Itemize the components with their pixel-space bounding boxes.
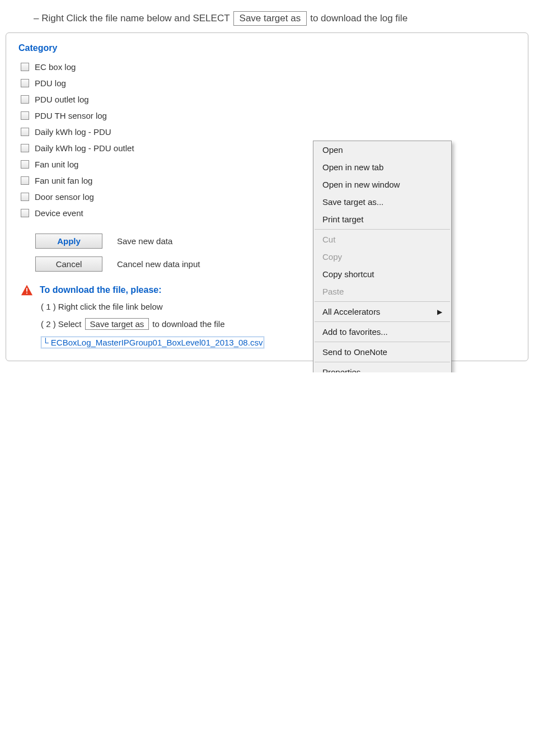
- main-panel: Category EC box log PDU log PDU outlet l…: [6, 32, 528, 361]
- checkbox-icon[interactable]: [21, 176, 29, 185]
- context-menu-send-to-onenote[interactable]: Send to OneNote: [313, 343, 451, 361]
- cm-label: Save target as...: [322, 197, 383, 207]
- checkbox-icon[interactable]: [21, 63, 29, 71]
- checkbox-icon[interactable]: [21, 144, 29, 152]
- context-menu-copy-shortcut[interactable]: Copy shortcut: [313, 265, 451, 283]
- cm-label: Copy shortcut: [322, 269, 374, 279]
- checkbox-icon[interactable]: [21, 193, 29, 201]
- file-link[interactable]: ECBoxLog_MasterIPGroup01_BoxLevel01_2013…: [41, 337, 264, 348]
- context-menu-all-accelerators[interactable]: All Accelerators ▶: [313, 303, 451, 320]
- instruction-boxed: Save target as: [233, 11, 307, 26]
- cm-label: Paste: [322, 287, 344, 296]
- category-label: Device event: [35, 208, 83, 218]
- category-row[interactable]: PDU TH sensor log: [18, 108, 516, 124]
- category-label: PDU outlet log: [35, 95, 89, 104]
- svg-rect-1: [26, 288, 27, 291]
- category-heading: Category: [18, 43, 516, 53]
- apply-description: Save new data: [117, 236, 172, 246]
- category-label: Daily kWh log - PDU: [35, 127, 111, 137]
- cm-label: Open in new tab: [322, 162, 383, 172]
- step1-text: ( 1 ) Right click the file link below: [41, 302, 163, 311]
- cm-label: Properties: [322, 367, 360, 372]
- cm-label: Add to favorites...: [322, 327, 388, 337]
- context-menu-separator: [315, 342, 450, 342]
- warning-icon: [21, 284, 33, 296]
- instruction-prefix: – Right Click the file name below and SE…: [34, 13, 230, 24]
- cancel-button[interactable]: Cancel: [35, 256, 102, 272]
- cm-label: Print target: [322, 214, 363, 224]
- checkbox-icon[interactable]: [21, 209, 29, 217]
- category-row[interactable]: Daily kWh log - PDU: [18, 124, 516, 140]
- context-menu-separator: [315, 229, 450, 230]
- instruction-suffix: to download the log file: [310, 13, 407, 24]
- context-menu-paste: Paste: [313, 283, 451, 300]
- checkbox-icon[interactable]: [21, 79, 29, 87]
- context-menu-separator: [315, 301, 450, 302]
- category-label: EC box log: [35, 62, 76, 72]
- category-label: Fan unit log: [35, 160, 78, 169]
- context-menu-open[interactable]: Open: [313, 141, 451, 158]
- top-instruction: – Right Click the file name below and SE…: [0, 0, 534, 32]
- category-label: Fan unit fan log: [35, 176, 92, 185]
- apply-button[interactable]: Apply: [35, 234, 102, 249]
- context-menu-print-target[interactable]: Print target: [313, 211, 451, 228]
- category-label: PDU log: [35, 78, 66, 88]
- context-menu-cut: Cut: [313, 231, 451, 248]
- cm-label: Open in new window: [322, 180, 400, 189]
- download-heading: To download the file, please:: [40, 285, 162, 295]
- checkbox-icon[interactable]: [21, 95, 29, 104]
- context-menu-copy: Copy: [313, 248, 451, 265]
- submenu-arrow-icon: ▶: [437, 308, 442, 316]
- context-menu-separator: [315, 362, 450, 362]
- category-row[interactable]: EC box log: [18, 59, 516, 75]
- context-menu-save-target-as[interactable]: Save target as...: [313, 193, 451, 211]
- context-menu-properties[interactable]: Properties: [313, 363, 451, 372]
- category-label: Door sensor log: [35, 192, 94, 202]
- context-menu-add-to-favorites[interactable]: Add to favorites...: [313, 323, 451, 340]
- svg-rect-2: [26, 293, 27, 294]
- checkbox-icon[interactable]: [21, 128, 29, 136]
- context-menu-open-new-window[interactable]: Open in new window: [313, 176, 451, 193]
- step2-prefix: ( 2 ) Select: [41, 319, 82, 329]
- category-label: PDU TH sensor log: [35, 111, 107, 120]
- context-menu-separator: [315, 321, 450, 322]
- checkbox-icon[interactable]: [21, 160, 29, 169]
- cm-label: Cut: [322, 235, 335, 244]
- context-menu: Open Open in new tab Open in new window …: [313, 141, 452, 372]
- step2-box: Save target as: [85, 318, 149, 330]
- checkbox-icon[interactable]: [21, 111, 29, 120]
- cancel-description: Cancel new data input: [117, 259, 200, 269]
- category-row[interactable]: PDU outlet log: [18, 91, 516, 108]
- category-row[interactable]: PDU log: [18, 75, 516, 91]
- category-label: Daily kWh log - PDU outlet: [35, 143, 134, 153]
- cm-label: All Accelerators: [322, 307, 380, 316]
- cm-label: Copy: [322, 252, 342, 262]
- context-menu-open-new-tab[interactable]: Open in new tab: [313, 158, 451, 176]
- cm-label: Open: [322, 145, 343, 155]
- step2-suffix: to download the file: [152, 319, 224, 329]
- cm-label: Send to OneNote: [322, 347, 387, 357]
